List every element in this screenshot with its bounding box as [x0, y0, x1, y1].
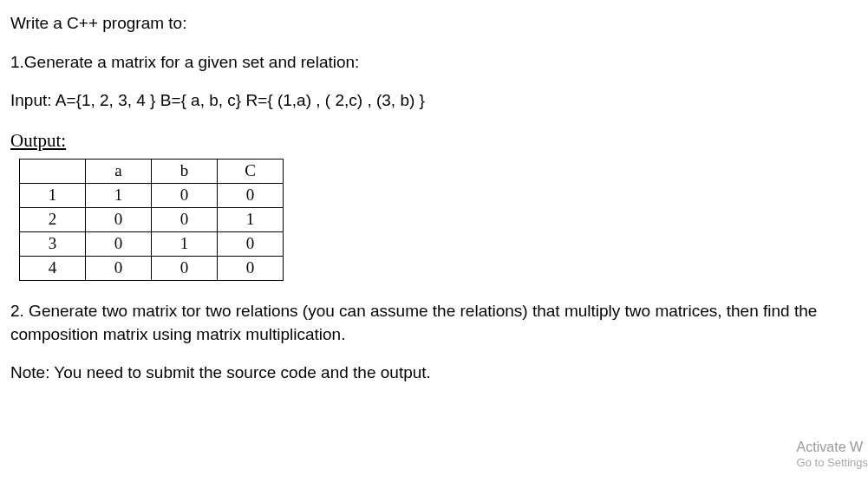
table-cell: 0 — [218, 184, 284, 208]
table-row: 2 0 0 1 — [20, 208, 284, 232]
table-cell: 0 — [152, 208, 218, 232]
table-row: 3 0 1 0 — [20, 232, 284, 257]
instruction-line-3: 2. Generate two matrix tor two relations… — [10, 300, 858, 346]
table-cell: 0 — [86, 257, 152, 281]
output-label-text: Output: — [10, 130, 66, 151]
table-row: 1 1 0 0 — [20, 184, 284, 208]
table-cell: 1 — [152, 232, 218, 257]
table-cell: 0 — [218, 232, 284, 257]
table-header-cell — [20, 160, 86, 184]
output-label: Output: — [10, 128, 858, 153]
table-cell: 4 — [20, 257, 86, 281]
note-line: Note: You need to submit the source code… — [10, 362, 858, 385]
table-cell: 0 — [86, 208, 152, 232]
table-cell: 0 — [218, 257, 284, 281]
table-cell: 0 — [152, 257, 218, 281]
watermark-subtitle: Go to Settings — [797, 456, 868, 470]
instruction-line-2: 1.Generate a matrix for a given set and … — [10, 51, 858, 75]
activate-windows-watermark: Activate W Go to Settings — [797, 439, 868, 470]
table-row: 4 0 0 0 — [20, 257, 284, 281]
table-cell: 1 — [20, 184, 86, 208]
instruction-line-1: Write a C++ program to: — [10, 12, 858, 36]
table-header-row: a b C — [20, 160, 284, 184]
table-cell: 0 — [86, 232, 152, 257]
table-header-cell: a — [86, 160, 152, 184]
table-cell: 2 — [20, 208, 86, 232]
output-table: a b C 1 1 0 0 2 0 0 1 3 0 1 0 4 0 0 0 — [19, 159, 284, 281]
table-header-cell: C — [218, 160, 284, 184]
input-line: Input: A={1, 2, 3, 4 } B={ a, b, c} R={ … — [10, 89, 858, 113]
table-cell: 3 — [20, 232, 86, 257]
table-cell: 1 — [218, 208, 284, 232]
watermark-title: Activate W — [797, 439, 868, 456]
table-cell: 1 — [86, 184, 152, 208]
table-cell: 0 — [152, 184, 218, 208]
table-header-cell: b — [152, 160, 218, 184]
